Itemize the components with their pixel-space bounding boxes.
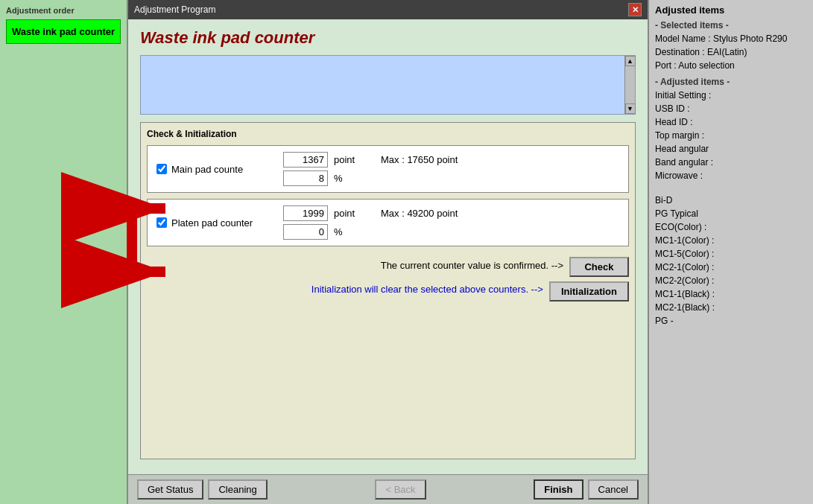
microwave: Microwave : <box>655 169 807 182</box>
main-pad-label: Main pad counte <box>171 164 243 175</box>
usb-id: USB ID : <box>655 102 807 115</box>
get-status-button[interactable]: Get Status <box>137 479 203 500</box>
head-id: Head ID : <box>655 115 807 129</box>
adjusted-items-label: - Adjusted items - <box>655 77 807 87</box>
model-name: Model Name : Stylus Photo R290 <box>655 32 807 45</box>
platen-pad-label: Platen pad counter <box>171 217 253 229</box>
sidebar-title: Adjustment order <box>6 6 121 15</box>
init-text: Initialization will clear the selected a… <box>311 284 543 295</box>
platen-pad-line2: % <box>283 224 458 240</box>
platen-pad-percent-unit: % <box>334 226 360 237</box>
main-pad-value[interactable] <box>283 152 328 168</box>
check-section: Check & Initialization Main pad counte p… <box>140 122 636 459</box>
mc1-1-color: MC1-1(Color) : <box>655 234 807 247</box>
window-close-button[interactable]: ✕ <box>628 3 642 16</box>
sidebar: Adjustment order Waste ink pad counter <box>0 0 128 504</box>
info-scrollbar[interactable]: ▲ ▼ <box>624 56 635 114</box>
eco-color: ECO(Color) : <box>655 220 807 234</box>
sidebar-item-waste-ink[interactable]: Waste ink pad counter <box>6 19 121 44</box>
platen-pad-max: Max : 49200 point <box>381 208 458 219</box>
pg-typical: PG Typical <box>655 207 807 220</box>
platen-pad-values: point Max : 49200 point % <box>283 205 458 240</box>
main-pad-checkbox-label[interactable]: Main pad counte <box>156 164 276 175</box>
window-title: Adjustment Program <box>134 4 215 15</box>
main-pad-max: Max : 17650 point <box>381 154 458 165</box>
platen-pad-checkbox-label[interactable]: Platen pad counter <box>156 217 276 229</box>
check-button[interactable]: Check <box>569 257 629 277</box>
toolbar: Get Status Cleaning < Back Finish Cancel <box>128 474 648 504</box>
platen-pad-line1: point Max : 49200 point <box>283 205 458 221</box>
platen-pad-value[interactable] <box>283 205 328 221</box>
platen-pad-unit: point <box>334 208 360 219</box>
scrollbar-up[interactable]: ▲ <box>625 56 636 66</box>
port: Port : Auto selection <box>655 59 807 72</box>
top-margin: Top margin : <box>655 129 807 142</box>
main-content: Waste ink pad counter ▲ ▼ Check & Initia… <box>128 19 648 474</box>
main-pad-line1: point Max : 17650 point <box>283 152 458 168</box>
main-pad-percent[interactable] <box>283 170 328 186</box>
selected-items-label: - Selected items - <box>655 20 807 31</box>
info-area: ▲ ▼ <box>140 55 636 115</box>
cleaning-button[interactable]: Cleaning <box>208 479 267 500</box>
right-panel: Adjusted items - Selected items - Model … <box>649 0 813 504</box>
platen-pad-row: Platen pad counter point Max : 49200 poi… <box>147 199 629 246</box>
main-pad-row: Main pad counte point Max : 17650 point … <box>147 145 629 193</box>
main-pad-values: point Max : 17650 point % <box>283 152 458 186</box>
head-angular: Head angular <box>655 142 807 156</box>
main-window: Adjustment Program ✕ Waste ink pad count… <box>128 0 649 504</box>
status-area: The current counter value is confirmed. … <box>147 252 629 304</box>
mc2-2-color: MC2-2(Color) : <box>655 274 807 287</box>
check-section-title: Check & Initialization <box>147 129 629 139</box>
main-pad-unit: point <box>334 154 360 165</box>
pg: PG - <box>655 314 807 328</box>
mc2-1-black: MC2-1(Black) : <box>655 301 807 314</box>
platen-pad-percent[interactable] <box>283 224 328 240</box>
status-text: The current counter value is confirmed. … <box>381 260 563 271</box>
main-pad-checkbox[interactable] <box>156 164 167 174</box>
band-angular: Band angular : <box>655 156 807 169</box>
main-pad-line2: % <box>283 170 458 186</box>
mc1-1-black: MC1-1(Black) : <box>655 287 807 301</box>
cancel-button[interactable]: Cancel <box>588 479 639 500</box>
mc1-5-color: MC1-5(Color) : <box>655 247 807 261</box>
page-title: Waste ink pad counter <box>140 28 636 48</box>
mc2-1-color: MC2-1(Color) : <box>655 261 807 274</box>
bi-d: Bi-D <box>655 194 807 207</box>
back-button[interactable]: < Back <box>375 479 426 500</box>
platen-pad-checkbox[interactable] <box>156 217 167 228</box>
destination: Destination : EAI(Latin) <box>655 45 807 59</box>
right-panel-title: Adjusted items <box>655 4 807 16</box>
scrollbar-down[interactable]: ▼ <box>625 103 636 114</box>
window-titlebar: Adjustment Program ✕ <box>128 0 648 19</box>
initial-setting: Initial Setting : <box>655 89 807 102</box>
finish-button[interactable]: Finish <box>534 479 583 500</box>
initialization-button[interactable]: Initialization <box>549 281 629 302</box>
main-pad-percent-unit: % <box>334 173 360 184</box>
